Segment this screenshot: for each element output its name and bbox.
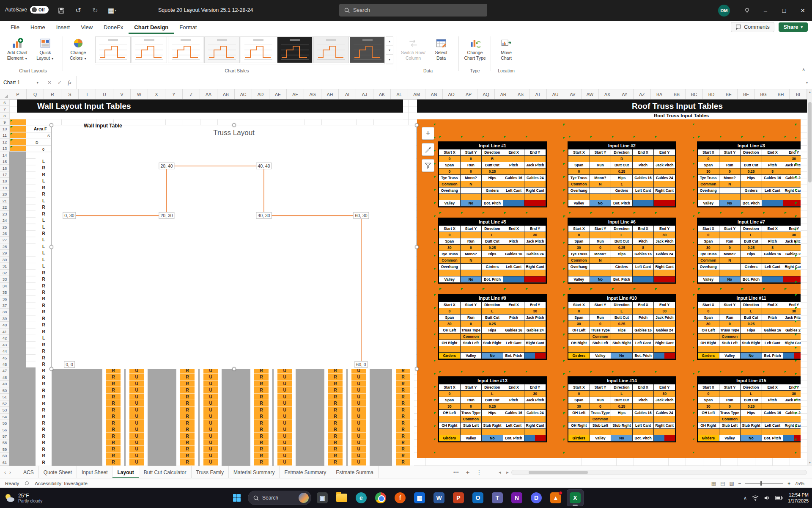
input-cell[interactable] — [439, 334, 461, 340]
wall-side-letter[interactable]: R — [36, 302, 52, 309]
wall-grid-cell[interactable]: R — [254, 446, 269, 452]
wall-grid-cell[interactable]: U — [203, 446, 218, 452]
wall-grid-cell[interactable]: R — [180, 394, 195, 400]
input-cell[interactable] — [590, 346, 612, 353]
teams-icon[interactable]: T — [489, 489, 506, 506]
input-cell[interactable]: Hips — [741, 251, 762, 257]
input-cell[interactable]: Pitch — [762, 162, 784, 168]
select-data-button[interactable]: SelectData — [427, 36, 455, 66]
input-cell[interactable]: Start Y — [461, 149, 482, 156]
vertical-scrollbar[interactable]: ▲ ▼ — [807, 89, 812, 466]
wall-side-letter[interactable]: R — [36, 446, 52, 453]
input-cell[interactable] — [654, 245, 675, 251]
wall-grid-cell[interactable]: U — [351, 400, 366, 406]
wall-grid-cell[interactable]: R — [180, 446, 195, 452]
wall-grid-cell[interactable]: R — [106, 387, 121, 393]
wall-grid-cell[interactable]: R — [106, 420, 121, 426]
column-header-BH[interactable]: BH — [772, 89, 790, 99]
input-cell[interactable]: 0 — [719, 168, 741, 175]
wall-side-letter[interactable]: R — [36, 283, 52, 289]
input-cell[interactable]: Gables 24 — [524, 175, 546, 181]
wall-grid-cell[interactable]: U — [351, 381, 366, 387]
selection-handle[interactable] — [415, 245, 419, 249]
column-header-AE[interactable]: AE — [269, 89, 287, 99]
input-cell[interactable]: Gables 24 — [524, 410, 546, 416]
start-button[interactable] — [228, 489, 245, 506]
input-cell[interactable]: 0.25 — [482, 403, 503, 410]
input-cell[interactable]: Mono? — [719, 175, 741, 181]
input-cell[interactable]: Common — [698, 257, 719, 264]
input-cell[interactable]: Gables 16 — [762, 410, 784, 416]
input-cell[interactable]: Start X — [698, 149, 719, 156]
column-header-AQ[interactable]: AQ — [477, 89, 495, 99]
wall-grid-cell[interactable]: U — [203, 407, 218, 413]
input-cell[interactable]: Butt Cut — [611, 238, 633, 245]
row-header-52[interactable]: 52 — [0, 400, 9, 407]
input-cell[interactable]: Right Cant — [783, 422, 801, 429]
input-cell[interactable]: Valley — [719, 435, 741, 442]
wall-grid-cell[interactable]: R — [254, 439, 269, 446]
input-cell[interactable]: Common — [590, 334, 612, 340]
input-cell[interactable] — [524, 416, 546, 422]
input-cell[interactable] — [783, 181, 801, 188]
input-cell[interactable] — [568, 194, 590, 200]
wall-grid-cell[interactable]: U — [203, 400, 218, 406]
input-cell[interactable]: End Y — [783, 149, 801, 156]
input-cell[interactable]: Pitch — [503, 162, 525, 168]
input-cell[interactable]: Common — [568, 257, 590, 264]
input-cell[interactable] — [719, 391, 741, 397]
wall-side-letter[interactable]: R — [36, 289, 52, 295]
input-cell[interactable]: 30 — [654, 391, 675, 397]
input-cell[interactable]: End Y — [524, 149, 546, 156]
column-header-AG[interactable]: AG — [304, 89, 321, 99]
input-cell[interactable]: Overhang — [439, 188, 461, 194]
input-cell[interactable] — [633, 194, 654, 200]
wall-side-letter[interactable]: R — [36, 211, 52, 217]
input-cell[interactable]: Span — [439, 397, 461, 403]
input-cell[interactable]: Stub Left — [590, 422, 612, 429]
input-cell[interactable]: No — [482, 353, 503, 359]
input-cell[interactable]: Jack Pitch — [524, 397, 546, 403]
row-header-26[interactable]: 26 — [0, 230, 9, 237]
wall-grid-cell[interactable]: U — [129, 453, 144, 459]
column-header-AW[interactable]: AW — [582, 89, 599, 99]
insert-function-icon[interactable]: fx — [68, 80, 71, 86]
input-cell[interactable]: Truss Type — [590, 327, 612, 334]
input-cell[interactable] — [590, 270, 612, 276]
input-cell[interactable] — [461, 264, 482, 270]
wall-grid-cell[interactable]: R — [254, 453, 269, 459]
column-header-AS[interactable]: AS — [512, 89, 529, 99]
input-cell[interactable]: Valley — [719, 353, 741, 359]
input-cell[interactable]: D — [611, 156, 633, 162]
ribbon-tab-home[interactable]: Home — [25, 21, 51, 34]
wall-side-letter[interactable]: R — [36, 342, 52, 348]
input-cell[interactable]: Span — [568, 315, 590, 321]
prev-sheet-icon[interactable]: ‹ — [4, 469, 6, 475]
wall-grid-cell[interactable]: R — [106, 394, 121, 400]
input-cell[interactable] — [503, 181, 525, 188]
input-cell[interactable]: OH Left — [568, 327, 590, 334]
wall-grid-cell[interactable]: R — [396, 400, 410, 406]
wall-grid-cell[interactable]: R — [180, 381, 195, 387]
wall-grid-cell[interactable]: R — [396, 439, 410, 446]
input-cell[interactable] — [482, 270, 503, 276]
input-cell[interactable]: Jack Pitch — [783, 162, 801, 168]
input-cell[interactable]: 0.25 — [482, 168, 503, 175]
wall-grid-cell[interactable]: U — [129, 381, 144, 387]
input-cell[interactable]: Gables 16 — [633, 175, 654, 181]
input-cell[interactable]: End Y — [654, 149, 675, 156]
input-cell[interactable]: Stub Right — [741, 422, 762, 429]
input-cell[interactable]: Gables 24 — [654, 327, 675, 334]
row-header-18[interactable]: 18 — [0, 178, 9, 184]
input-cell[interactable]: Gables 16 — [762, 251, 784, 257]
input-cell[interactable]: Left Cant — [633, 422, 654, 429]
wall-grid-cell[interactable]: U — [203, 394, 218, 400]
input-cell[interactable]: Right Cant — [654, 340, 675, 346]
input-cell[interactable]: L — [741, 308, 762, 315]
input-cell[interactable]: Direction — [482, 384, 503, 391]
input-cell[interactable]: Stub Left — [719, 340, 741, 346]
wall-side-letter[interactable]: R — [36, 230, 52, 237]
input-cell[interactable] — [762, 429, 784, 435]
input-cell[interactable]: 0 — [461, 156, 482, 162]
input-cell[interactable]: Jack Pitch — [654, 162, 675, 168]
